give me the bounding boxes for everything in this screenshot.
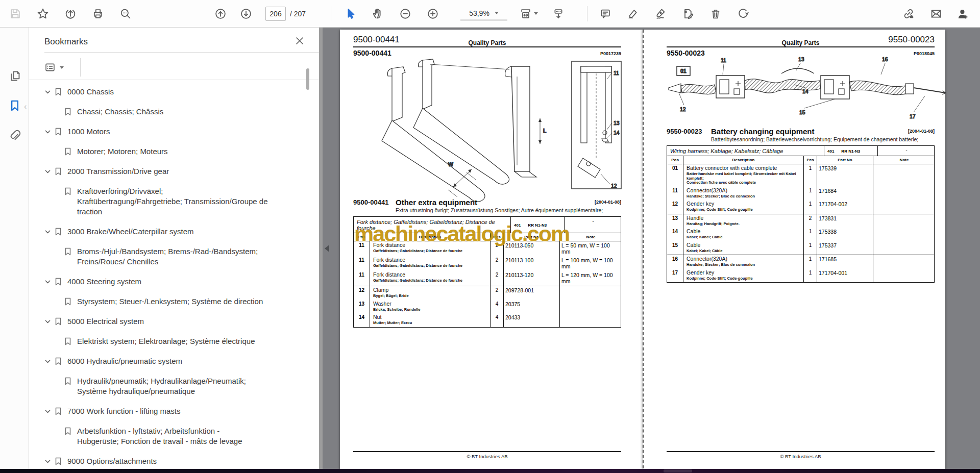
table-cell: 17	[667, 269, 683, 283]
bookmark-icon	[64, 296, 72, 307]
chevron-down-icon[interactable]	[45, 356, 52, 366]
chevron-down-icon[interactable]	[45, 406, 52, 416]
dimension-l-label: L	[543, 128, 547, 134]
search-button[interactable]	[118, 7, 133, 21]
bookmark-item[interactable]: Kraftöverföring/Drivväxel; Kraftübertrag…	[64, 186, 310, 217]
bookmark-item[interactable]: Broms-/Hjul-/Bandsystem; Brems-/Rad-/Ban…	[64, 246, 310, 267]
bookmark-item[interactable]: 0000 Chassis	[45, 87, 310, 97]
bookmark-icon	[64, 246, 72, 257]
section-subtitle: Batteribytesanordning; Batteriewechselvo…	[711, 136, 918, 142]
bookmark-item[interactable]: 7000 Work function - lifting masts	[45, 406, 310, 416]
print-button[interactable]	[91, 7, 105, 21]
bookmark-item-label: 5000 Electrical system	[67, 316, 144, 327]
share-upload-button[interactable]	[63, 7, 78, 21]
zoom-out-button[interactable]	[398, 7, 412, 21]
bookmark-item-label: 0000 Chassis	[67, 87, 114, 97]
divider	[80, 58, 81, 77]
pdf-page-left: 9500-00441 Quality Parts 9500-00441 P001…	[340, 30, 643, 469]
divider	[29, 80, 319, 80]
edit-page-button[interactable]	[681, 7, 695, 21]
select-cursor-button[interactable]	[343, 7, 357, 21]
table-cell	[873, 269, 935, 283]
scrolling-mode-button[interactable]	[551, 7, 566, 21]
chevron-down-icon[interactable]	[45, 87, 52, 97]
page-thumbnails-button[interactable]	[7, 68, 22, 84]
page-number-input[interactable]	[265, 7, 286, 21]
table-cell: 2	[491, 286, 504, 300]
bookmark-item[interactable]: Elektriskt system; Elektroanlage; Systèm…	[64, 336, 310, 346]
delete-button[interactable]	[708, 7, 723, 21]
table-cell	[560, 300, 622, 314]
bookmark-item[interactable]: Arbetsfunktion - lyftstativ; Arbeitsfunk…	[64, 426, 310, 446]
bookmark-item[interactable]: Styrsystem; Steuer-/Lenksystem; Système …	[64, 296, 310, 307]
table-cell: 13	[354, 300, 370, 314]
sign-button[interactable]	[653, 7, 668, 21]
table-cell: HandleHandtag; Handgriff; Poignée.	[683, 214, 804, 228]
bookmark-icon	[55, 356, 63, 366]
callout-12: 12	[611, 183, 617, 189]
bookmark-item[interactable]: 9000 Options/attachments	[45, 456, 310, 466]
bookmark-item-label: Kraftöverföring/Drivväxel; Kraftübertrag…	[77, 186, 268, 217]
callout-13: 13	[614, 120, 620, 126]
bookmark-item-label: 6000 Hydraulic/pneumatic system	[67, 356, 182, 366]
share-link-button[interactable]	[901, 7, 916, 21]
zoom-level-combobox[interactable]: 53,9%	[460, 7, 507, 21]
panel-resize-gutter[interactable]	[319, 28, 323, 469]
table-cell: 11	[354, 271, 370, 286]
column-header: Description	[683, 156, 804, 164]
bookmarks-button[interactable]	[7, 98, 22, 113]
hand-tool-button[interactable]	[371, 7, 385, 21]
column-header: Part No	[817, 156, 873, 164]
star-favorite-button[interactable]	[36, 7, 50, 21]
bookmark-options-button[interactable]	[44, 59, 71, 76]
fit-width-button[interactable]	[519, 7, 533, 21]
bookmark-item[interactable]: Hydraulik/pneumatik; Hydraulikanlage/Pne…	[64, 376, 310, 396]
bookmark-item[interactable]: 6000 Hydraulic/pneumatic system	[45, 356, 310, 366]
bookmark-item[interactable]: 2000 Transmission/Drive gear	[45, 166, 310, 177]
bookmark-icon	[55, 456, 63, 466]
bookmark-icon	[64, 186, 72, 196]
callout-01: 01	[680, 68, 687, 74]
taskbar-strip	[0, 469, 980, 473]
collapse-panel-button[interactable]	[323, 241, 330, 256]
bookmark-item-label: 9000 Options/attachments	[67, 456, 157, 466]
bookmark-item[interactable]: 3000 Brake/Wheel/Caterpillar system	[45, 227, 310, 237]
bookmark-item[interactable]: Chassi; Chassis; Châssis	[64, 107, 310, 117]
bookmark-item[interactable]: 5000 Electrical system	[45, 316, 310, 327]
chevron-down-icon[interactable]	[45, 166, 52, 177]
next-page-button[interactable]	[239, 7, 253, 21]
zoom-in-button[interactable]	[426, 7, 440, 21]
chevron-down-icon[interactable]	[45, 456, 52, 466]
comment-button[interactable]	[598, 7, 612, 21]
save-button[interactable]	[8, 7, 22, 21]
bookmark-item[interactable]: 4000 Steering system	[45, 277, 310, 287]
chevron-down-icon[interactable]	[45, 316, 52, 327]
chevron-down-icon[interactable]	[45, 277, 52, 287]
section-subtitle: Extra utrustning övrigt; Zusatzausrüstun…	[396, 207, 603, 213]
highlight-button[interactable]	[626, 7, 640, 21]
add-user-avatar-button[interactable]	[955, 7, 970, 21]
table-row: 12Gender keyKodpinne; Code-Stift; Code-g…	[667, 200, 934, 214]
caret-down-icon	[495, 12, 499, 14]
table-cell: 4	[491, 313, 504, 327]
bookmark-item[interactable]: Motorer; Motoren; Moteurs	[64, 146, 310, 157]
bookmark-item-label: 3000 Brake/Wheel/Caterpillar system	[67, 227, 194, 237]
previous-page-button[interactable]	[213, 7, 228, 21]
table-cell: 1	[804, 228, 817, 241]
chevron-down-icon[interactable]	[45, 127, 52, 137]
model-note-cell: -	[878, 146, 935, 156]
attachments-button[interactable]	[7, 128, 22, 143]
table-cell: L = 100 mm, W = 100 mm	[560, 256, 622, 271]
bookmark-item[interactable]: 1000 Motors	[45, 127, 310, 137]
chevron-down-icon[interactable]	[45, 227, 52, 237]
email-button[interactable]	[929, 7, 943, 21]
table-cell: 175337	[817, 241, 873, 255]
scrollbar-thumb[interactable]	[306, 68, 309, 90]
rotate-button[interactable]	[736, 7, 750, 21]
caret-down-icon[interactable]	[534, 12, 538, 15]
close-panel-button[interactable]	[295, 36, 306, 47]
document-viewport[interactable]: 9500-00441 Quality Parts 9500-00441 P001…	[323, 28, 980, 469]
table-cell: 171704-002	[817, 200, 873, 214]
header-rule	[353, 46, 621, 47]
table-cell	[560, 313, 622, 327]
